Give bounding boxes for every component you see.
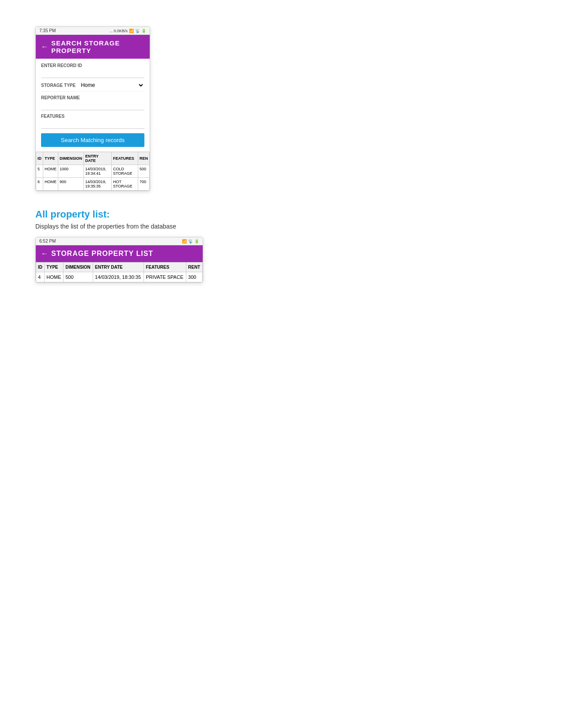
features-field: FEATURES bbox=[41, 114, 144, 129]
reporter-name-label: REPORTER NAME bbox=[41, 95, 144, 100]
cell-features: COLD STORAGE bbox=[111, 165, 138, 178]
features-input[interactable] bbox=[41, 120, 144, 129]
list-app-title: STORAGE PROPERTY LIST bbox=[51, 250, 153, 258]
cell-dimension: 900 bbox=[58, 178, 84, 191]
list-status-time: 6:52 PM bbox=[39, 239, 56, 244]
list-wifi-icon: 📡 bbox=[188, 239, 193, 244]
property-list-table: ID TYPE DIMENSION ENTRY DATE FEATURES RE… bbox=[36, 262, 203, 282]
table-header-row: ID TYPE DIMENSION ENTRY DATE FEATURES RE… bbox=[36, 152, 150, 165]
section-description: Displays the list of the properties from… bbox=[35, 223, 528, 230]
record-id-field: ENTER RECORD ID bbox=[41, 63, 144, 78]
search-form: ENTER RECORD ID STORAGE TYPE Home Office… bbox=[36, 59, 150, 152]
status-time: 7:35 PM bbox=[39, 28, 56, 33]
reporter-name-field: REPORTER NAME bbox=[41, 95, 144, 110]
cell-rent: 700 bbox=[138, 178, 149, 191]
list-col-header-features: FEATURES bbox=[144, 263, 186, 272]
list-table-header-row: ID TYPE DIMENSION ENTRY DATE FEATURES RE… bbox=[36, 263, 203, 272]
battery-icon: 🔋 bbox=[141, 29, 146, 33]
search-app-header: ← SEARCH STORAGE PROPERTY bbox=[36, 35, 150, 59]
search-results-table: ID TYPE DIMENSION ENTRY DATE FEATURES RE… bbox=[36, 152, 150, 191]
cell-entry-date: 14/03/2019, 19:34:41 bbox=[84, 165, 112, 178]
cell-dimension: 1000 bbox=[58, 165, 84, 178]
record-id-input[interactable] bbox=[41, 69, 144, 78]
col-header-id: ID bbox=[36, 152, 43, 165]
back-arrow-icon[interactable]: ← bbox=[41, 43, 49, 51]
search-phone-mockup: 7:35 PM ... 0.0KB/s 📶 📡 🔋 ← SEARCH STORA… bbox=[35, 26, 150, 191]
list-status-bar-right: 📶 📡 🔋 bbox=[182, 239, 199, 244]
list-col-header-dimension: DIMENSION bbox=[64, 263, 93, 272]
list-table-row: 4 HOME 500 14/03/2019, 18:30:35 PRIVATE … bbox=[36, 272, 203, 282]
section-title: All property list: bbox=[35, 209, 528, 220]
col-header-features: FEATURES bbox=[111, 152, 138, 165]
cell-rent: 500 bbox=[138, 165, 149, 178]
list-battery-icon: 🔋 bbox=[194, 239, 199, 244]
wifi-icon: 📡 bbox=[135, 29, 140, 33]
storage-type-label: STORAGE TYPE bbox=[41, 83, 76, 88]
cell-id: 5 bbox=[36, 165, 43, 178]
app-title: SEARCH STORAGE PROPERTY bbox=[51, 39, 144, 54]
list-cell-type: HOME bbox=[45, 272, 64, 282]
storage-type-select[interactable]: Home Office Warehouse bbox=[79, 82, 144, 89]
cell-type: HOME bbox=[43, 178, 58, 191]
list-cell-entry-date: 14/03/2019, 18:30:35 bbox=[93, 272, 144, 282]
list-col-header-entry-date: ENTRY DATE bbox=[93, 263, 144, 272]
list-cell-id: 4 bbox=[36, 272, 45, 282]
col-header-rent: REN bbox=[138, 152, 149, 165]
list-cell-features: PRIVATE SPACE bbox=[144, 272, 186, 282]
cell-id: 6 bbox=[36, 178, 43, 191]
list-col-header-id: ID bbox=[36, 263, 45, 272]
status-bar-right: ... 0.0KB/s 📶 📡 🔋 bbox=[109, 29, 146, 33]
list-col-header-type: TYPE bbox=[45, 263, 64, 272]
list-back-arrow-icon[interactable]: ← bbox=[41, 250, 49, 258]
list-phone-mockup: 6:52 PM 📶 📡 🔋 ← STORAGE PROPERTY LIST ID… bbox=[35, 237, 203, 283]
property-list-table-container: ID TYPE DIMENSION ENTRY DATE FEATURES RE… bbox=[36, 262, 203, 282]
col-header-dimension: DIMENSION bbox=[58, 152, 84, 165]
status-bar: 7:35 PM ... 0.0KB/s 📶 📡 🔋 bbox=[36, 27, 150, 35]
signal-icon: 📶 bbox=[129, 29, 134, 33]
list-col-header-rent: RENT bbox=[186, 263, 203, 272]
features-label: FEATURES bbox=[41, 114, 144, 119]
list-cell-rent: 300 bbox=[186, 272, 203, 282]
cell-features: HOT STORAGE bbox=[111, 178, 138, 191]
list-cell-dimension: 500 bbox=[64, 272, 93, 282]
list-app-header: ← STORAGE PROPERTY LIST bbox=[36, 245, 203, 262]
list-status-bar: 6:52 PM 📶 📡 🔋 bbox=[36, 237, 203, 245]
record-id-label: ENTER RECORD ID bbox=[41, 63, 144, 68]
cell-type: HOME bbox=[43, 165, 58, 178]
list-signal-icon: 📶 bbox=[182, 239, 187, 244]
network-info: ... 0.0KB/s bbox=[109, 29, 128, 33]
cell-entry-date: 14/03/2019, 19:35:35 bbox=[84, 178, 112, 191]
col-header-type: TYPE bbox=[43, 152, 58, 165]
table-row: 6 HOME 900 14/03/2019, 19:35:35 HOT STOR… bbox=[36, 178, 150, 191]
search-matching-button[interactable]: Search Matching records bbox=[41, 133, 144, 147]
storage-type-field: STORAGE TYPE Home Office Warehouse bbox=[41, 82, 144, 92]
reporter-name-input[interactable] bbox=[41, 101, 144, 110]
table-row: 5 HOME 1000 14/03/2019, 19:34:41 COLD ST… bbox=[36, 165, 150, 178]
col-header-entry-date: ENTRY DATE bbox=[84, 152, 112, 165]
all-property-section: All property list: Displays the list of … bbox=[35, 209, 528, 283]
search-results-table-container: ID TYPE DIMENSION ENTRY DATE FEATURES RE… bbox=[36, 152, 150, 191]
